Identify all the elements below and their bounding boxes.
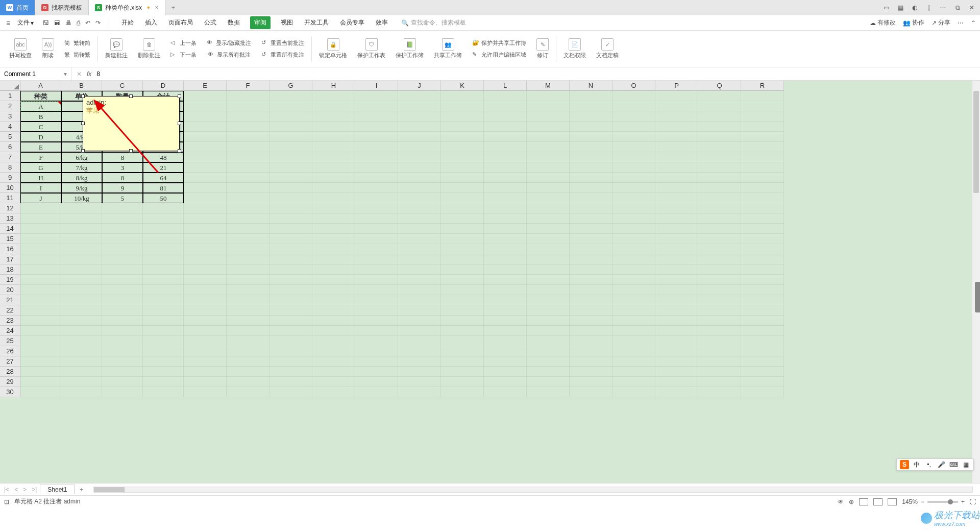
row-headers[interactable]: 1234567891011121314151617181920212223242… xyxy=(0,91,20,397)
cell[interactable]: 10/kg xyxy=(61,193,102,203)
minimize-icon[interactable]: — xyxy=(939,4,947,12)
tab-formula[interactable]: 公式 xyxy=(203,16,217,29)
cell[interactable] xyxy=(570,346,612,356)
cell[interactable] xyxy=(527,285,570,295)
cell[interactable] xyxy=(355,254,398,264)
cell[interactable]: 8/kg xyxy=(61,173,102,183)
col-header[interactable]: N xyxy=(570,81,612,91)
cell[interactable] xyxy=(527,254,570,264)
cell[interactable] xyxy=(655,275,698,285)
cell[interactable] xyxy=(398,264,441,275)
col-header[interactable]: M xyxy=(527,81,570,91)
cell[interactable] xyxy=(270,305,312,316)
cell[interactable] xyxy=(698,234,741,244)
cell[interactable] xyxy=(527,275,570,285)
cell[interactable] xyxy=(184,295,227,305)
print-preview-icon[interactable]: ⎙ xyxy=(77,19,80,27)
cell[interactable] xyxy=(655,285,698,295)
comment-text[interactable]: 苹果 xyxy=(86,106,176,115)
cell[interactable]: J xyxy=(20,193,61,203)
cell[interactable] xyxy=(741,346,784,356)
file-menu[interactable]: 文件▾ xyxy=(14,18,37,27)
cell[interactable] xyxy=(355,173,398,183)
zoom-in-icon[interactable]: + xyxy=(961,498,965,505)
cell[interactable] xyxy=(441,336,484,346)
cell[interactable] xyxy=(20,213,61,224)
cell[interactable] xyxy=(355,183,398,193)
row-header[interactable]: 5 xyxy=(0,132,20,142)
spreadsheet[interactable]: ABCDEFGHIJKLMNOPQR 123456789101112131415… xyxy=(0,81,980,483)
cell[interactable] xyxy=(227,275,270,285)
col-header[interactable]: C xyxy=(102,81,143,91)
cell[interactable] xyxy=(143,254,184,264)
cell[interactable] xyxy=(570,295,612,305)
cell[interactable] xyxy=(698,173,741,183)
cell[interactable] xyxy=(655,377,698,387)
cell[interactable] xyxy=(484,377,527,387)
cell[interactable] xyxy=(270,111,312,122)
cell[interactable] xyxy=(102,326,143,336)
cell[interactable] xyxy=(227,203,270,213)
cell[interactable] xyxy=(20,316,61,326)
cell[interactable] xyxy=(570,193,612,203)
cell[interactable] xyxy=(227,254,270,264)
cell[interactable] xyxy=(61,316,102,326)
cell[interactable] xyxy=(227,356,270,367)
cell[interactable] xyxy=(20,387,61,397)
cell[interactable] xyxy=(312,183,355,193)
row-header[interactable]: 26 xyxy=(0,346,20,356)
cell[interactable] xyxy=(570,173,612,183)
cell[interactable] xyxy=(527,91,570,101)
cell[interactable] xyxy=(312,224,355,234)
cell[interactable] xyxy=(312,173,355,183)
cell[interactable] xyxy=(184,203,227,213)
cell[interactable] xyxy=(355,193,398,203)
cell[interactable] xyxy=(227,152,270,162)
cell[interactable] xyxy=(741,101,784,111)
cell[interactable] xyxy=(484,193,527,203)
cell[interactable] xyxy=(312,336,355,346)
col-header[interactable]: I xyxy=(355,81,398,91)
cell[interactable] xyxy=(741,387,784,397)
cell[interactable] xyxy=(398,295,441,305)
cell[interactable] xyxy=(184,224,227,234)
cell[interactable] xyxy=(655,173,698,183)
cell[interactable] xyxy=(102,346,143,356)
cell[interactable] xyxy=(441,254,484,264)
sheet-tab[interactable]: Sheet1 xyxy=(40,485,75,494)
cell[interactable] xyxy=(484,305,527,316)
cell[interactable] xyxy=(270,346,312,356)
add-sheet-button[interactable]: + xyxy=(76,486,87,493)
cell[interactable] xyxy=(312,377,355,387)
cell[interactable] xyxy=(355,111,398,122)
cell[interactable] xyxy=(270,132,312,142)
save-as-icon[interactable]: 🖬 xyxy=(54,19,60,27)
cell[interactable] xyxy=(441,234,484,244)
cell[interactable] xyxy=(655,213,698,224)
cell[interactable] xyxy=(61,326,102,336)
cell[interactable] xyxy=(698,346,741,356)
cell[interactable] xyxy=(398,367,441,377)
row-header[interactable]: 4 xyxy=(0,122,20,132)
cell[interactable] xyxy=(355,244,398,254)
cell[interactable] xyxy=(102,295,143,305)
cell[interactable] xyxy=(398,213,441,224)
cell[interactable] xyxy=(655,244,698,254)
cell[interactable] xyxy=(102,356,143,367)
comment-box[interactable]: admin: 苹果 xyxy=(83,96,180,151)
cell[interactable] xyxy=(184,234,227,244)
cell[interactable] xyxy=(484,285,527,295)
cell[interactable] xyxy=(184,91,227,101)
cell[interactable] xyxy=(184,244,227,254)
cell[interactable] xyxy=(184,285,227,295)
redo-icon[interactable]: ↷ xyxy=(95,19,101,27)
cell[interactable] xyxy=(355,316,398,326)
cell[interactable] xyxy=(655,111,698,122)
cell[interactable] xyxy=(655,264,698,275)
cell[interactable] xyxy=(527,346,570,356)
cell[interactable] xyxy=(698,224,741,234)
cell[interactable] xyxy=(398,101,441,111)
side-panel-handle[interactable] xyxy=(975,282,980,312)
cell[interactable] xyxy=(312,244,355,254)
cell[interactable] xyxy=(570,152,612,162)
